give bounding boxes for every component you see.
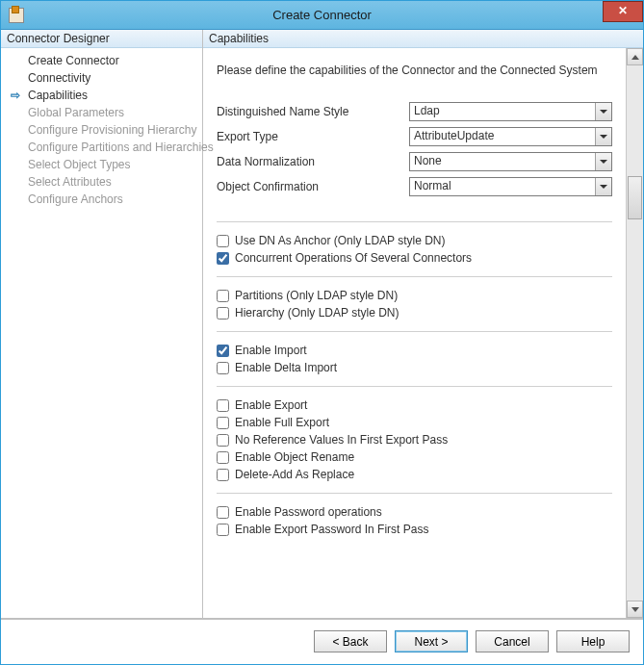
checkbox-label: Delete-Add As Replace [235,468,354,481]
checkbox-row: Enable Password operations [217,505,612,519]
chevron-down-icon[interactable] [595,153,611,170]
sidebar-item-select-object-types: Select Object Types [1,156,202,173]
sidebar-item-create-connector[interactable]: Create Connector [1,52,202,69]
titlebar: Create Connector ✕ [1,1,643,30]
checkbox-row: Delete-Add As Replace [217,468,612,481]
checkbox-row: Enable Export [217,398,612,412]
checkbox-label: Enable Password operations [235,505,382,519]
cancel-button[interactable]: Cancel [476,630,549,652]
checkbox-row: Enable Full Export [217,416,612,429]
scroll-up-button[interactable] [627,48,643,65]
use-dn-as-anchor-only-ldap-style-dn--checkbox[interactable] [217,235,229,247]
checkbox-label: Concurrent Operations Of Several Connect… [235,251,472,265]
no-reference-values-in-first-export-pass-checkbox[interactable] [217,434,229,447]
checkbox-row: Partitions (Only LDAP style DN) [217,289,612,302]
enable-delta-import-checkbox[interactable] [217,362,229,374]
separator [217,386,612,387]
checkbox-row: Hierarchy (Only LDAP style DN) [217,306,612,320]
field-label: Export Type [217,130,409,143]
checkbox-row: Use DN As Anchor (Only LDAP style DN) [217,234,612,247]
chevron-down-icon[interactable] [595,178,611,195]
enable-object-rename-checkbox[interactable] [217,451,229,464]
button-bar: < Back Next > Cancel Help [1,619,643,663]
checkbox-row: Concurrent Operations Of Several Connect… [217,251,612,265]
separator [217,221,612,222]
form-row-2: Data NormalizationNone [217,152,612,171]
sidebar-item-select-attributes: Select Attributes [1,173,202,191]
field-label: Data Normalization [217,155,409,168]
close-button[interactable]: ✕ [603,1,643,22]
checkbox-label: Use DN As Anchor (Only LDAP style DN) [235,234,446,247]
enable-full-export-checkbox[interactable] [217,417,229,429]
next-button[interactable]: Next > [395,630,468,652]
chevron-down-icon[interactable] [595,103,611,120]
separator [217,331,612,332]
scroll-down-button[interactable] [627,601,643,618]
checkbox-label: Enable Object Rename [235,450,354,464]
chevron-down-icon[interactable] [595,128,611,145]
separator [217,276,612,277]
sidebar-item-connectivity[interactable]: Connectivity [1,69,202,87]
sidebar-item-configure-partitions-and-hierarchies: Configure Partitions and Hierarchies [1,139,202,156]
scroll-thumb[interactable] [628,176,642,219]
select-value: Normal [410,178,595,195]
field-label: Distinguished Name Style [217,105,409,118]
sidebar-item-configure-anchors: Configure Anchors [1,191,202,208]
distinguished-name-style-select[interactable]: Ldap [409,102,612,121]
enable-export-checkbox[interactable] [217,399,229,412]
select-value: Ldap [410,103,595,120]
select-value: AttributeUpdate [410,128,595,145]
form-row-1: Export TypeAttributeUpdate [217,127,612,146]
select-value: None [410,153,595,170]
scroll-track[interactable] [627,65,643,601]
checkbox-label: Partitions (Only LDAP style DN) [235,289,398,302]
field-label: Object Confirmation [217,180,409,193]
sidebar-item-global-parameters: Global Parameters [1,104,202,121]
checkbox-label: Enable Delta Import [235,361,337,374]
separator [217,493,612,494]
export-type-select[interactable]: AttributeUpdate [409,127,612,146]
form-area: Please define the capabilities of the Co… [203,48,626,618]
vertical-scrollbar[interactable] [626,48,643,618]
sidebar-header: Connector Designer [1,30,202,48]
window-title: Create Connector [1,8,643,22]
checkbox-row: No Reference Values In First Export Pass [217,433,612,447]
checkbox-row: Enable Export Password In First Pass [217,523,612,536]
checkbox-row: Enable Object Rename [217,450,612,464]
checkbox-label: No Reference Values In First Export Pass [235,433,448,447]
delete-add-as-replace-checkbox[interactable] [217,469,229,481]
enable-export-password-in-first-pass-checkbox[interactable] [217,524,229,536]
checkbox-label: Hierarchy (Only LDAP style DN) [235,306,399,320]
checkbox-label: Enable Export Password In First Pass [235,523,428,536]
help-button[interactable]: Help [556,630,630,652]
hierarchy-only-ldap-style-dn--checkbox[interactable] [217,307,229,320]
enable-password-operations-checkbox[interactable] [217,506,229,519]
content-header: Capabilities [203,30,643,48]
enable-import-checkbox[interactable] [217,345,229,357]
form-row-0: Distinguished Name StyleLdap [217,102,612,121]
sidebar-item-configure-provisioning-hierarchy: Configure Provisioning Hierarchy [1,121,202,139]
sidebar-item-capabilities[interactable]: Capabilities [1,87,202,104]
concurrent-operations-of-several-connectors-checkbox[interactable] [217,252,229,265]
checkbox-row: Enable Import [217,344,612,357]
partitions-only-ldap-style-dn--checkbox[interactable] [217,290,229,302]
object-confirmation-select[interactable]: Normal [409,177,612,196]
checkbox-label: Enable Export [235,398,307,412]
sidebar: Connector Designer Create ConnectorConne… [1,30,203,619]
checkbox-label: Enable Full Export [235,416,329,429]
checkbox-row: Enable Delta Import [217,361,612,374]
form-row-3: Object ConfirmationNormal [217,177,612,196]
content-panel: Capabilities Please define the capabilit… [203,30,643,619]
back-button[interactable]: < Back [314,630,387,652]
checkbox-label: Enable Import [235,344,307,357]
intro-text: Please define the capabilities of the Co… [217,64,612,77]
data-normalization-select[interactable]: None [409,152,612,171]
